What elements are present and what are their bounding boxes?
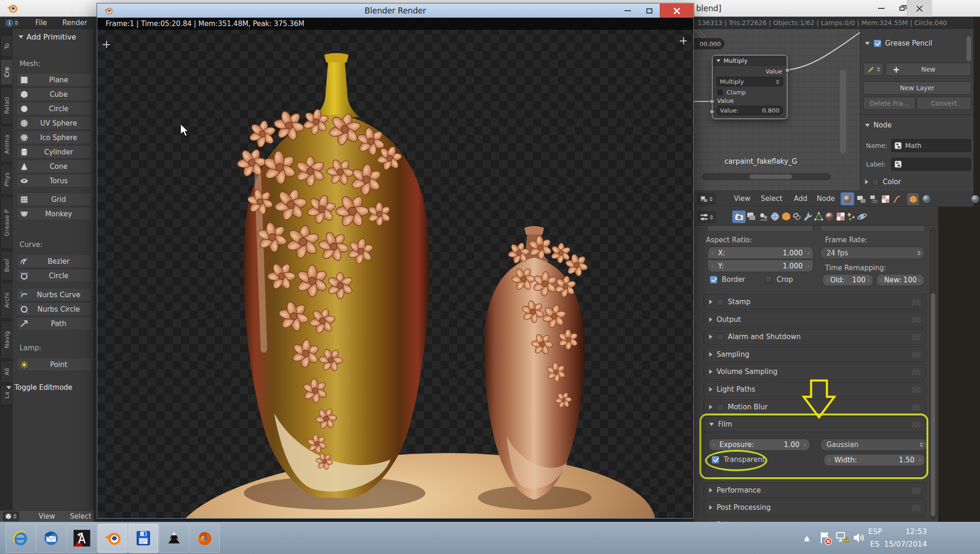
crop-checkbox[interactable]	[765, 276, 772, 284]
world-sphere-icon[interactable]	[921, 194, 932, 204]
tray-volume-icon[interactable]	[852, 530, 866, 545]
section-film-header[interactable]: Film	[704, 416, 926, 432]
border-checkbox[interactable]	[710, 276, 718, 284]
animation-button-partial[interactable]	[820, 226, 925, 232]
object-data-icon[interactable]	[813, 211, 824, 222]
node-value-slider[interactable]: Value: 0.800	[716, 106, 783, 115]
clamp-checkbox[interactable]	[717, 89, 723, 95]
tray-clock-date[interactable]: 15/07/2014	[884, 540, 927, 548]
main-close-button[interactable]	[907, 0, 932, 17]
color-panel-header[interactable]: Color	[865, 178, 901, 186]
output-socket[interactable]	[785, 68, 790, 73]
old-framerate-slider[interactable]: Old: 100	[822, 274, 873, 286]
menu-render[interactable]: Render	[62, 19, 87, 27]
add-curve-circle-button[interactable]: Circle	[16, 269, 92, 282]
hscrollbar-thumb[interactable]	[749, 174, 792, 179]
tab-tools[interactable]: To	[0, 35, 12, 57]
add-uv-sphere-button[interactable]: UV Sphere	[16, 116, 92, 130]
render-close-button[interactable]	[660, 4, 693, 18]
add-bezier-button[interactable]: Bezier	[16, 254, 92, 268]
add-primitive-panel-header[interactable]: Add Primitive	[19, 33, 76, 41]
new-layer-button[interactable]: New Layer	[863, 81, 971, 94]
tray-clock-time[interactable]: 12:53	[892, 527, 927, 536]
properties-scrollbar-thumb[interactable]	[931, 293, 935, 516]
aspect-x-slider[interactable]: X: 1.000	[707, 247, 813, 259]
node-editor-hscrollbar[interactable]	[702, 174, 831, 180]
clamp-row[interactable]: Clamp	[712, 87, 787, 97]
compositing-nodes-icon[interactable]	[856, 194, 866, 204]
math-node-header[interactable]: Multiply	[712, 55, 787, 66]
transparent-checkbox-row[interactable]: Transparent	[712, 455, 765, 464]
exposure-slider[interactable]: Exposure: 1.00	[709, 439, 810, 451]
frame-rate-dropdown[interactable]: 24 fps	[820, 247, 925, 259]
grease-pencil-source-button[interactable]	[863, 63, 884, 76]
filter-width-slider[interactable]: Width: 1.50	[824, 454, 925, 466]
grease-pencil-checkbox[interactable]	[873, 40, 881, 47]
transparent-checkbox[interactable]	[712, 456, 719, 464]
aspect-y-slider[interactable]: Y: 1.000	[707, 260, 813, 272]
modifiers-icon[interactable]	[803, 211, 813, 222]
properties-scrollbar[interactable]	[930, 227, 936, 520]
toggle-editmode-panel-header[interactable]: Toggle Editmode	[7, 383, 73, 392]
node-menu-view[interactable]: View	[734, 194, 751, 203]
node-menu-add[interactable]: Add	[794, 194, 807, 203]
section-sampling[interactable]: Sampling	[704, 347, 926, 362]
add-torus-button[interactable]: Torus	[16, 174, 92, 187]
render-tab-button[interactable]	[732, 210, 746, 223]
texture-nodes-icon[interactable]	[869, 194, 879, 204]
physics-icon[interactable]	[857, 211, 867, 222]
tray-language-primary[interactable]: ESP	[868, 527, 882, 536]
add-nurbs-circle-button[interactable]: Nurbs Circle	[16, 302, 92, 316]
new-framerate-slider[interactable]: New: 100	[876, 274, 925, 286]
menu-file[interactable]: File	[35, 19, 47, 27]
add-grid-button[interactable]: Grid	[16, 193, 92, 206]
section-post-processing[interactable]: Post Processing	[704, 500, 926, 515]
taskbar-firefox[interactable]	[190, 524, 220, 553]
properties-editor-type-button[interactable]	[698, 211, 716, 223]
render-layers-icon[interactable]	[746, 211, 757, 222]
tray-expand-icon[interactable]	[804, 536, 810, 540]
tray-action-center-icon[interactable]	[817, 529, 833, 546]
motion-blur-checkbox[interactable]	[717, 404, 724, 411]
section-volume-sampling[interactable]: Volume Sampling	[704, 364, 926, 380]
render-window-titlebar[interactable]: Blender Render	[97, 4, 693, 18]
section-alarm-and-shutdown[interactable]: Alarm and Shutdown	[704, 329, 926, 345]
material-icon[interactable]	[824, 211, 835, 222]
taskbar-save-app[interactable]	[128, 524, 158, 553]
border-checkbox-row[interactable]: Border	[710, 275, 745, 284]
taskbar-inkscape[interactable]	[159, 524, 189, 553]
world-icon[interactable]	[770, 211, 780, 222]
backdrop-value-field[interactable]: 00.000	[694, 38, 725, 49]
object-shader-toggle-button[interactable]	[906, 193, 920, 206]
grease-pencil-new-button[interactable]: New	[886, 63, 971, 76]
alarm-checkbox[interactable]	[717, 334, 724, 340]
node-name-field[interactable]: Math	[891, 139, 971, 152]
add-circle-button[interactable]: Circle	[16, 102, 92, 115]
tab-grease-pencil[interactable]: Grease P	[0, 197, 12, 249]
section-stamp[interactable]: Stamp	[704, 294, 926, 310]
add-cube-button[interactable]: Cube	[16, 87, 92, 101]
add-path-button[interactable]: Path	[16, 317, 92, 330]
render-button-partial[interactable]	[707, 226, 813, 232]
section-motion-blur[interactable]: Motion Blur	[704, 399, 926, 415]
viewport-menu-select[interactable]: Select	[70, 512, 91, 521]
tray-language-secondary[interactable]: ES	[870, 540, 879, 548]
grease-pencil-panel-header[interactable]: Grease Pencil	[865, 39, 933, 47]
tab-animation[interactable]: Anima	[0, 126, 12, 162]
main-minimize-button[interactable]	[871, 0, 892, 17]
add-point-lamp-button[interactable]: Point	[16, 358, 92, 371]
add-cylinder-button[interactable]: Cylinder	[16, 145, 92, 159]
section-performance[interactable]: Performance	[704, 482, 926, 498]
node-menu-node[interactable]: Node	[817, 194, 835, 203]
math-operation-dropdown[interactable]: Multiply	[716, 77, 783, 87]
input-socket-2[interactable]	[710, 109, 714, 114]
tab-bool[interactable]: Bool	[0, 251, 12, 280]
add-plane-button[interactable]: Plane	[16, 73, 92, 87]
node-editor-vscrollbar[interactable]	[840, 70, 846, 154]
crop-checkbox-row[interactable]: Crop	[765, 275, 793, 284]
object-icon[interactable]	[781, 211, 792, 222]
scene-icon[interactable]	[758, 211, 769, 222]
npanel-scrollbar[interactable]	[967, 36, 971, 61]
tab-create[interactable]: Cre	[0, 59, 12, 85]
delete-frame-button[interactable]: Delete Fra...	[863, 97, 915, 110]
